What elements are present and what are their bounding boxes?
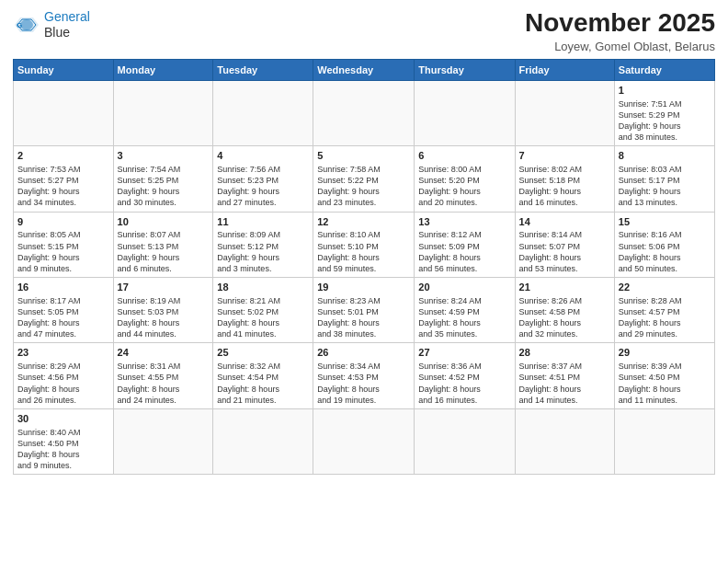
page: G General Blue November 2025 Loyew, Gome… <box>0 0 728 563</box>
day-number: 4 <box>217 149 309 163</box>
calendar-day-cell: 23Sunrise: 8:29 AM Sunset: 4:56 PM Dayli… <box>14 343 114 408</box>
calendar-day-cell: 12Sunrise: 8:10 AM Sunset: 5:10 PM Dayli… <box>313 212 415 277</box>
calendar-day-cell <box>515 80 614 145</box>
calendar-day-cell <box>113 80 213 145</box>
day-number: 25 <box>217 346 309 360</box>
calendar-day-cell: 13Sunrise: 8:12 AM Sunset: 5:09 PM Dayli… <box>415 212 515 277</box>
day-info: Sunrise: 8:32 AM Sunset: 4:54 PM Dayligh… <box>217 361 309 406</box>
day-info: Sunrise: 8:12 AM Sunset: 5:09 PM Dayligh… <box>418 229 510 274</box>
weekday-header-thursday: Thursday <box>415 59 515 80</box>
day-info: Sunrise: 8:28 AM Sunset: 4:57 PM Dayligh… <box>619 295 711 340</box>
logo: G General Blue <box>13 9 90 40</box>
calendar-week-row: 1Sunrise: 7:51 AM Sunset: 5:29 PM Daylig… <box>14 80 715 145</box>
day-number: 15 <box>619 215 711 229</box>
day-number: 21 <box>519 281 610 294</box>
day-number: 22 <box>619 281 711 294</box>
day-info: Sunrise: 8:34 AM Sunset: 4:53 PM Dayligh… <box>317 361 410 406</box>
calendar-day-cell <box>614 408 714 474</box>
calendar-day-cell: 24Sunrise: 8:31 AM Sunset: 4:55 PM Dayli… <box>113 343 213 408</box>
calendar-day-cell: 16Sunrise: 8:17 AM Sunset: 5:05 PM Dayli… <box>14 278 114 343</box>
calendar-week-row: 23Sunrise: 8:29 AM Sunset: 4:56 PM Dayli… <box>14 343 715 408</box>
location-subtitle: Loyew, Gomel Oblast, Belarus <box>525 40 715 53</box>
calendar-day-cell: 30Sunrise: 8:40 AM Sunset: 4:50 PM Dayli… <box>14 408 114 474</box>
day-info: Sunrise: 7:51 AM Sunset: 5:29 PM Dayligh… <box>619 98 711 144</box>
calendar-day-cell: 1Sunrise: 7:51 AM Sunset: 5:29 PM Daylig… <box>614 80 714 145</box>
calendar-day-cell <box>515 408 614 474</box>
day-info: Sunrise: 7:54 AM Sunset: 5:25 PM Dayligh… <box>118 164 210 209</box>
header: G General Blue November 2025 Loyew, Gome… <box>13 9 715 53</box>
day-info: Sunrise: 8:03 AM Sunset: 5:17 PM Dayligh… <box>619 164 711 209</box>
day-number: 30 <box>17 412 109 426</box>
calendar-day-cell: 21Sunrise: 8:26 AM Sunset: 4:58 PM Dayli… <box>515 278 614 343</box>
day-info: Sunrise: 7:58 AM Sunset: 5:22 PM Dayligh… <box>317 164 410 209</box>
calendar-day-cell: 4Sunrise: 7:56 AM Sunset: 5:23 PM Daylig… <box>213 146 313 212</box>
day-number: 26 <box>317 346 410 360</box>
day-number: 10 <box>118 215 210 229</box>
calendar-day-cell <box>213 408 313 474</box>
day-info: Sunrise: 8:23 AM Sunset: 5:01 PM Dayligh… <box>317 295 410 340</box>
day-info: Sunrise: 8:39 AM Sunset: 4:50 PM Dayligh… <box>619 361 711 406</box>
day-number: 19 <box>317 281 410 294</box>
weekday-header-wednesday: Wednesday <box>313 59 415 80</box>
svg-text:G: G <box>17 21 22 29</box>
day-number: 16 <box>17 281 109 294</box>
calendar-week-row: 30Sunrise: 8:40 AM Sunset: 4:50 PM Dayli… <box>14 408 715 474</box>
weekday-header-tuesday: Tuesday <box>213 59 313 80</box>
day-info: Sunrise: 8:31 AM Sunset: 4:55 PM Dayligh… <box>118 361 210 406</box>
day-info: Sunrise: 8:19 AM Sunset: 5:03 PM Dayligh… <box>118 295 210 340</box>
day-info: Sunrise: 8:02 AM Sunset: 5:18 PM Dayligh… <box>519 164 610 209</box>
calendar-day-cell <box>113 408 213 474</box>
weekday-header-saturday: Saturday <box>614 59 714 80</box>
logo-line2: Blue <box>44 25 90 40</box>
weekday-header-monday: Monday <box>113 59 213 80</box>
calendar-day-cell <box>313 408 415 474</box>
day-info: Sunrise: 8:17 AM Sunset: 5:05 PM Dayligh… <box>17 295 109 340</box>
calendar-day-cell: 15Sunrise: 8:16 AM Sunset: 5:06 PM Dayli… <box>614 212 714 277</box>
day-info: Sunrise: 8:16 AM Sunset: 5:06 PM Dayligh… <box>619 229 711 274</box>
day-number: 14 <box>519 215 610 229</box>
calendar-day-cell <box>313 80 415 145</box>
day-info: Sunrise: 8:29 AM Sunset: 4:56 PM Dayligh… <box>17 361 109 406</box>
day-info: Sunrise: 7:53 AM Sunset: 5:27 PM Dayligh… <box>17 164 109 209</box>
day-info: Sunrise: 8:10 AM Sunset: 5:10 PM Dayligh… <box>317 229 410 274</box>
day-number: 7 <box>519 149 610 163</box>
day-number: 1 <box>619 84 711 98</box>
logo-text: General Blue <box>44 9 90 40</box>
month-title: November 2025 <box>525 9 715 38</box>
day-number: 18 <box>217 281 309 294</box>
calendar-day-cell <box>415 80 515 145</box>
calendar-day-cell: 11Sunrise: 8:09 AM Sunset: 5:12 PM Dayli… <box>213 212 313 277</box>
day-info: Sunrise: 8:24 AM Sunset: 4:59 PM Dayligh… <box>418 295 510 340</box>
day-number: 23 <box>17 346 109 360</box>
title-block: November 2025 Loyew, Gomel Oblast, Belar… <box>525 9 715 53</box>
calendar-day-cell: 5Sunrise: 7:58 AM Sunset: 5:22 PM Daylig… <box>313 146 415 212</box>
day-number: 20 <box>418 281 510 294</box>
calendar-table: SundayMondayTuesdayWednesdayThursdayFrid… <box>13 59 715 475</box>
day-number: 6 <box>418 149 510 163</box>
calendar-day-cell <box>415 408 515 474</box>
day-info: Sunrise: 8:00 AM Sunset: 5:20 PM Dayligh… <box>418 164 510 209</box>
weekday-header-sunday: Sunday <box>14 59 114 80</box>
day-number: 29 <box>619 346 711 360</box>
calendar-day-cell: 17Sunrise: 8:19 AM Sunset: 5:03 PM Dayli… <box>113 278 213 343</box>
calendar-day-cell <box>14 80 114 145</box>
calendar-day-cell: 29Sunrise: 8:39 AM Sunset: 4:50 PM Dayli… <box>614 343 714 408</box>
day-number: 12 <box>317 215 410 229</box>
day-info: Sunrise: 8:05 AM Sunset: 5:15 PM Dayligh… <box>17 229 109 274</box>
calendar-day-cell <box>213 80 313 145</box>
calendar-day-cell: 14Sunrise: 8:14 AM Sunset: 5:07 PM Dayli… <box>515 212 614 277</box>
day-number: 3 <box>118 149 210 163</box>
calendar-day-cell: 28Sunrise: 8:37 AM Sunset: 4:51 PM Dayli… <box>515 343 614 408</box>
calendar-day-cell: 19Sunrise: 8:23 AM Sunset: 5:01 PM Dayli… <box>313 278 415 343</box>
day-number: 5 <box>317 149 410 163</box>
day-number: 24 <box>118 346 210 360</box>
day-info: Sunrise: 8:40 AM Sunset: 4:50 PM Dayligh… <box>17 427 109 472</box>
calendar-week-row: 2Sunrise: 7:53 AM Sunset: 5:27 PM Daylig… <box>14 146 715 212</box>
day-number: 8 <box>619 149 711 163</box>
day-info: Sunrise: 8:26 AM Sunset: 4:58 PM Dayligh… <box>519 295 610 340</box>
day-number: 27 <box>418 346 510 360</box>
calendar-body: 1Sunrise: 7:51 AM Sunset: 5:29 PM Daylig… <box>14 80 715 474</box>
weekday-row: SundayMondayTuesdayWednesdayThursdayFrid… <box>14 59 715 80</box>
calendar-day-cell: 20Sunrise: 8:24 AM Sunset: 4:59 PM Dayli… <box>415 278 515 343</box>
calendar-day-cell: 18Sunrise: 8:21 AM Sunset: 5:02 PM Dayli… <box>213 278 313 343</box>
